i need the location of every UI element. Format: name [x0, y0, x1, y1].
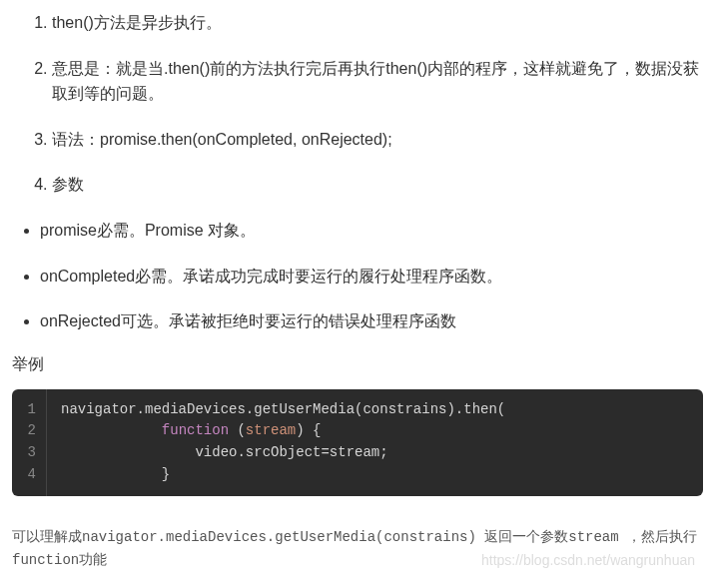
code-indent: [61, 444, 195, 460]
code-indent: [61, 466, 162, 482]
code-keyword: function: [162, 422, 229, 438]
code-indent: [61, 422, 162, 438]
code-line: }: [61, 464, 689, 486]
watermark: https://blog.csdn.net/wangrunhuan: [481, 549, 695, 573]
code-line: navigator.mediaDevices.getUserMedia(cons…: [61, 399, 689, 421]
code-line: video.srcObject=stream;: [61, 442, 689, 464]
footer-note: 可以理解成navigator.mediaDevices.getUserMedia…: [12, 526, 703, 574]
footer-line: function功能: [12, 552, 107, 568]
code-token: ) {: [296, 422, 321, 438]
list-item: 语法：promise.then(onCompleted, onRejected)…: [52, 127, 703, 153]
list-item: onCompleted必需。承诺成功完成时要运行的履行处理程序函数。: [40, 264, 703, 290]
code-content[interactable]: navigator.mediaDevices.getUserMedia(cons…: [47, 389, 703, 496]
list-item: 意思是：就是当.then()前的方法执行完后再执行then()内部的程序，这样就…: [52, 56, 703, 107]
code-line: function (stream) {: [61, 420, 689, 442]
list-item: then()方法是异步执行。: [52, 10, 703, 36]
code-token: navigator.mediaDevices.getUserMedia(cons…: [61, 401, 505, 417]
bullet-list: promise必需。Promise 对象。 onCompleted必需。承诺成功…: [12, 218, 703, 334]
footer-line: 可以理解成navigator.mediaDevices.getUserMedia…: [12, 529, 697, 545]
code-token: }: [162, 466, 170, 482]
list-item: onRejected可选。承诺被拒绝时要运行的错误处理程序函数: [40, 308, 703, 334]
ordered-list: then()方法是异步执行。 意思是：就是当.then()前的方法执行完后再执行…: [12, 10, 703, 198]
list-item: 参数: [52, 172, 703, 198]
line-number: 1: [12, 399, 46, 421]
code-param: stream: [246, 422, 296, 438]
line-number: 2: [12, 420, 46, 442]
code-gutter: 1 2 3 4: [12, 389, 47, 496]
example-heading: 举例: [12, 354, 703, 375]
code-token: video.srcObject=stream;: [195, 444, 387, 460]
code-block: 1 2 3 4 navigator.mediaDevices.getUserMe…: [12, 389, 703, 496]
line-number: 3: [12, 442, 46, 464]
line-number: 4: [12, 464, 46, 486]
list-item: promise必需。Promise 对象。: [40, 218, 703, 244]
code-token: (: [229, 422, 246, 438]
